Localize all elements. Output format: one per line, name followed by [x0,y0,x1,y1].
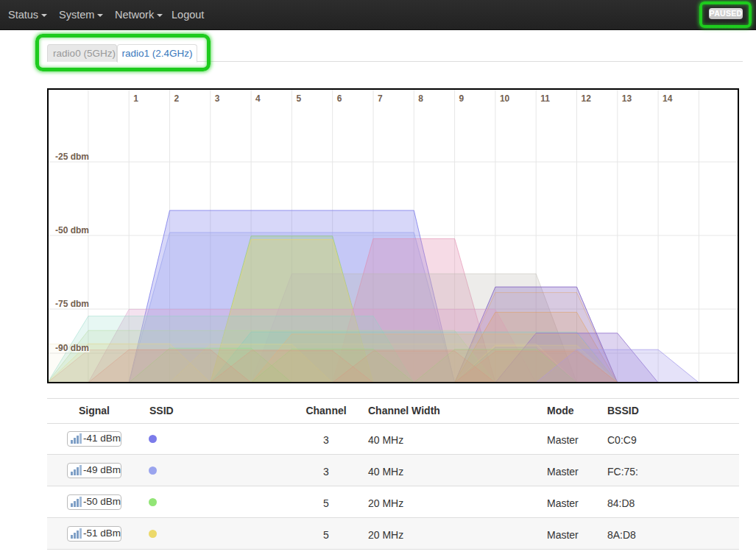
svg-text:10: 10 [500,93,510,104]
svg-text:14: 14 [663,93,673,104]
svg-text:3: 3 [215,93,220,104]
svg-text:8: 8 [418,93,423,104]
svg-text:7: 7 [378,93,383,104]
svg-text:1: 1 [133,93,138,104]
svg-text:2: 2 [174,93,180,104]
svg-text:12: 12 [582,93,592,104]
svg-text:4: 4 [255,93,261,104]
svg-text:-50 dbm: -50 dbm [55,225,89,235]
svg-text:9: 9 [459,93,464,104]
svg-text:6: 6 [337,93,342,104]
svg-text:-75 dbm: -75 dbm [55,299,89,309]
svg-text:13: 13 [622,93,632,104]
svg-text:-90 dbm: -90 dbm [55,343,89,353]
svg-text:5: 5 [296,93,301,104]
svg-text:11: 11 [540,93,550,104]
svg-text:-25 dbm: -25 dbm [55,152,89,162]
